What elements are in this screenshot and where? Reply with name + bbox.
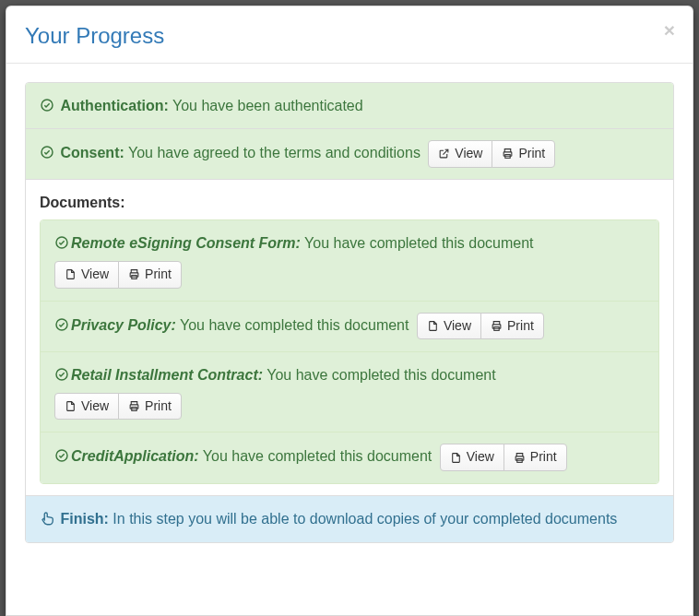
document-buttons: View Print [54,393,645,421]
file-pdf-icon [450,452,462,464]
modal-title: Your Progress [25,20,660,52]
file-pdf-icon [65,268,77,280]
authentication-label: Authentication: [60,98,168,113]
document-buttons: View Print [417,313,544,340]
document-status: You have completed this document [203,448,432,464]
document-print-button[interactable]: Print [118,393,182,421]
progress-modal: Your Progress × Authentication: You have… [6,6,693,616]
consent-print-button[interactable]: Print [492,140,555,168]
document-row: Retail Installment Contract You have com… [41,352,658,432]
document-view-button[interactable]: View [440,444,504,471]
document-title: Remote eSigning Consent Form [71,235,301,251]
modal-body: Authentication: You have been authentica… [6,64,693,543]
finish-row: Finish: In this step you will be able to… [26,496,673,542]
consent-row: Consent: You have agreed to the terms an… [26,129,673,180]
print-icon [514,452,526,464]
check-circle-icon [54,235,69,250]
document-row: Remote eSigning Consent Form You have co… [41,220,658,301]
external-link-icon [438,148,450,160]
document-buttons: View Print [54,261,645,289]
modal-header: Your Progress × [6,6,693,64]
document-row: CreditApplication You have completed thi… [41,432,658,483]
document-status: You have completed this document [180,317,409,333]
check-circle-icon [54,367,69,382]
finish-label: Finish: [60,511,108,527]
document-view-button[interactable]: View [417,313,481,340]
document-title: Retail Installment Contract [71,367,263,383]
check-circle-icon [54,448,69,463]
progress-panel: Authentication: You have been authentica… [25,82,674,543]
consent-text: You have agreed to the terms and conditi… [128,145,421,160]
document-buttons: View Print [440,444,567,471]
check-circle-icon [40,98,54,113]
print-icon [491,320,503,332]
document-print-button[interactable]: Print [504,444,567,471]
document-status: You have completed this document [304,235,533,251]
documents-label: Documents: [40,195,124,210]
authentication-text: You have been authenticated [172,98,363,113]
documents-section: Documents: Remote eSigning Consent Form … [26,180,673,496]
document-view-button[interactable]: View [54,393,119,421]
check-circle-icon [54,317,69,332]
consent-label: Consent: [60,145,124,160]
file-pdf-icon [427,320,439,332]
print-icon [502,148,514,160]
authentication-row: Authentication: You have been authentica… [26,83,673,130]
document-view-button[interactable]: View [54,261,119,289]
close-button[interactable]: × [660,20,679,40]
document-print-button[interactable]: Print [480,313,544,340]
document-print-button[interactable]: Print [118,261,182,289]
consent-view-button[interactable]: View [428,140,492,168]
print-icon [128,268,140,280]
pointing-hand-icon [40,510,56,527]
document-title: Privacy Policy [71,317,176,333]
print-icon [128,400,140,412]
check-circle-icon [40,145,54,160]
document-title: CreditApplication [71,448,199,464]
file-pdf-icon [65,400,77,412]
documents-list: Remote eSigning Consent Form You have co… [40,219,659,484]
finish-text: In this step you will be able to downloa… [113,511,617,527]
document-row: Privacy Policy You have completed this d… [41,302,658,353]
document-status: You have completed this document [267,367,495,383]
consent-buttons: View Print [428,140,555,168]
